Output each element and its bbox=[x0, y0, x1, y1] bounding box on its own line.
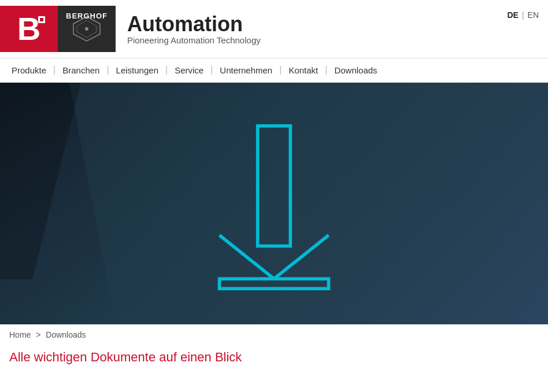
logo-red-bg: B bbox=[0, 6, 58, 52]
nav-sep-3: | bbox=[165, 65, 168, 75]
brand-name: Automation bbox=[127, 13, 261, 36]
main-nav: Produkte | Branchen | Leistungen | Servi… bbox=[0, 58, 548, 83]
breadcrumb-sep: > bbox=[36, 330, 40, 339]
logo-square bbox=[38, 16, 45, 23]
brand-text: Automation Pioneering Automation Technol… bbox=[127, 13, 261, 46]
lang-de[interactable]: DE bbox=[507, 10, 518, 20]
page-heading: Alle wichtigen Dokumente auf einen Blick bbox=[0, 345, 548, 374]
nav-item-unternehmen[interactable]: Unternehmen bbox=[217, 65, 275, 75]
brand-tagline: Pioneering Automation Technology bbox=[127, 35, 261, 45]
lang-en[interactable]: EN bbox=[528, 10, 539, 20]
berghof-text: BERGHOF bbox=[66, 12, 108, 20]
nav-sep-2: | bbox=[106, 65, 109, 75]
download-hero-icon bbox=[176, 104, 372, 303]
svg-rect-3 bbox=[258, 126, 291, 246]
logo-b-letter: B bbox=[17, 10, 40, 47]
lang-switcher: DE | EN bbox=[507, 6, 539, 20]
nav-item-service[interactable]: Service bbox=[172, 65, 206, 75]
logo-dark-bg: BERGHOF bbox=[58, 6, 116, 52]
header-left: B BERGHOF Automation Pioneering Automati… bbox=[0, 6, 261, 52]
hero-banner bbox=[0, 83, 548, 324]
svg-rect-4 bbox=[220, 279, 329, 289]
nav-item-branchen[interactable]: Branchen bbox=[60, 65, 102, 75]
nav-sep-5: | bbox=[279, 65, 282, 75]
breadcrumb-current: Downloads bbox=[46, 330, 86, 339]
nav-item-produkte[interactable]: Produkte bbox=[9, 65, 49, 75]
header: B BERGHOF Automation Pioneering Automati… bbox=[0, 0, 548, 58]
lang-separator: | bbox=[522, 10, 524, 20]
nav-item-downloads[interactable]: Downloads bbox=[332, 65, 379, 75]
download-arrow-svg bbox=[176, 104, 372, 301]
nav-item-kontakt[interactable]: Kontakt bbox=[286, 65, 320, 75]
nav-sep-4: | bbox=[210, 65, 213, 75]
svg-point-2 bbox=[85, 27, 88, 31]
nav-item-leistungen[interactable]: Leistungen bbox=[114, 65, 161, 75]
nav-sep-6: | bbox=[325, 65, 327, 75]
breadcrumb: Home > Downloads bbox=[0, 324, 548, 345]
nav-sep-1: | bbox=[53, 65, 55, 75]
breadcrumb-home[interactable]: Home bbox=[9, 330, 31, 339]
